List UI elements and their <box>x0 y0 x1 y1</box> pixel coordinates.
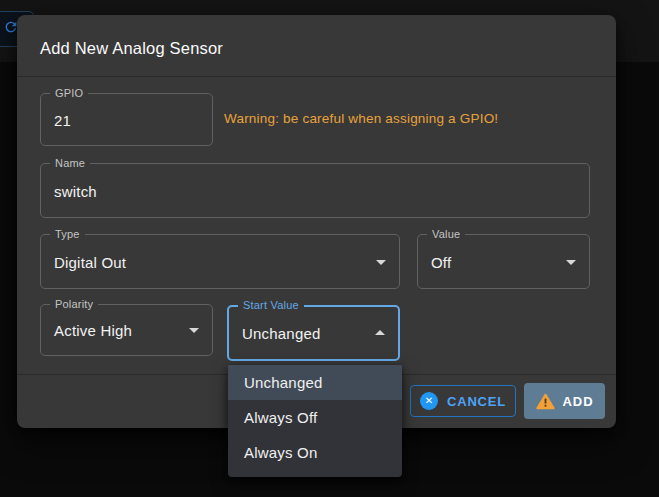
polarity-value: Active High <box>54 322 132 339</box>
value-select[interactable]: Value Off <box>417 234 590 289</box>
chevron-up-icon <box>375 330 385 335</box>
gpio-value: 21 <box>54 111 71 128</box>
menu-item-always-on[interactable]: Always On <box>228 435 402 470</box>
cancel-button[interactable]: ✕ CANCEL <box>410 385 516 417</box>
name-label: Name <box>50 157 90 170</box>
chevron-down-icon <box>566 260 576 265</box>
cancel-circle-x-icon: ✕ <box>420 392 438 410</box>
polarity-select[interactable]: Polarity Active High <box>40 304 213 356</box>
type-select[interactable]: Type Digital Out <box>40 234 400 289</box>
chevron-down-icon <box>376 260 386 265</box>
dialog-title: Add New Analog Sensor <box>40 37 223 59</box>
chevron-down-icon <box>189 328 199 333</box>
cancel-button-label: CANCEL <box>447 394 506 409</box>
name-field[interactable]: Name switch <box>40 163 590 218</box>
start-value-value: Unchanged <box>242 325 321 342</box>
title-divider <box>17 76 616 77</box>
add-button-label: ADD <box>563 394 594 409</box>
add-button[interactable]: ADD <box>524 383 605 419</box>
type-label: Type <box>50 228 85 241</box>
gpio-warning-text: Warning: be careful when assigning a GPI… <box>224 111 498 126</box>
value-value: Off <box>431 253 451 270</box>
gpio-label: GPIO <box>50 87 88 100</box>
name-value: switch <box>54 182 97 199</box>
start-value-select[interactable]: Start Value Unchanged <box>227 305 400 361</box>
type-value: Digital Out <box>54 253 126 270</box>
menu-item-always-off[interactable]: Always Off <box>228 400 402 435</box>
menu-item-unchanged[interactable]: Unchanged <box>228 365 402 400</box>
polarity-label: Polarity <box>50 298 98 311</box>
start-value-label: Start Value <box>238 299 304 312</box>
warning-triangle-icon <box>536 393 555 410</box>
gpio-field[interactable]: GPIO 21 <box>40 93 213 146</box>
start-value-menu: Unchanged Always Off Always On <box>228 365 402 477</box>
page: Add New Analog Sensor GPIO 21 Warning: b… <box>0 0 659 497</box>
value-label: Value <box>427 228 465 241</box>
